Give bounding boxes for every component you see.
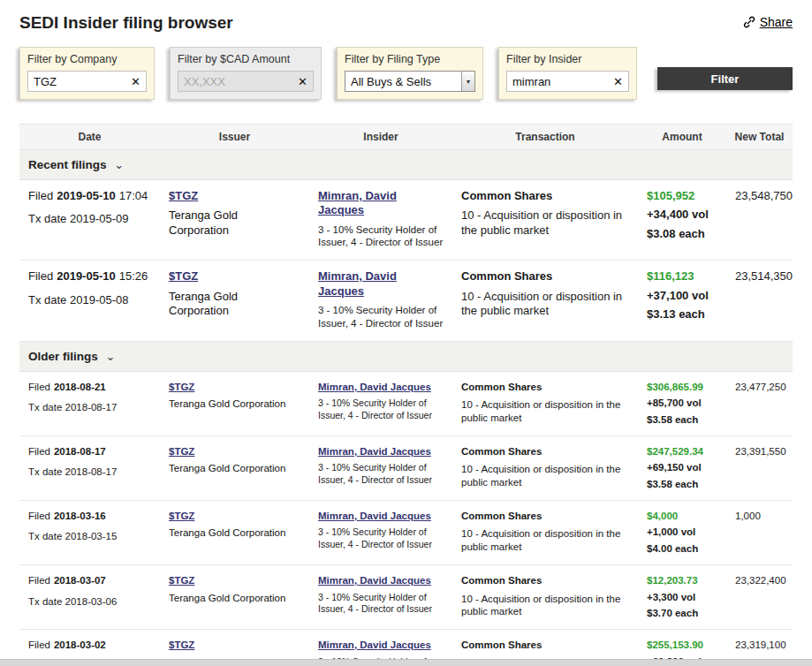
dropdown-arrow-icon: ▼ bbox=[461, 72, 474, 91]
amount-cell: $12,203.73 +3,300 vol $3.70 each bbox=[638, 565, 726, 629]
filing-row: Filed2019-05-1017:04 Tx date 2019-05-09 … bbox=[19, 180, 793, 261]
transaction-cell: Common Shares 10 - Acquisition or dispos… bbox=[452, 261, 638, 340]
insider-cell: Mimran, David Jacques 3 - 10% Security H… bbox=[309, 565, 452, 629]
insider-cell: Mimran, David Jacques 3 - 10% Security H… bbox=[309, 436, 452, 500]
column-header-issuer: Issuer bbox=[160, 125, 309, 149]
filed-line: Filed2018-03-07 bbox=[28, 574, 151, 587]
security-type: Common Shares bbox=[461, 269, 629, 284]
date-cell: Filed2019-05-1015:26 Tx date 2019-05-08 bbox=[19, 261, 160, 340]
section-header[interactable]: Older filings ⌄ bbox=[19, 342, 793, 372]
transaction-description: 10 - Acquisition or disposition in the p… bbox=[461, 208, 629, 238]
tx-date: Tx date 2018-03-06 bbox=[28, 595, 151, 608]
transaction-description: 10 - Acquisition or disposition in the p… bbox=[461, 593, 629, 618]
insider-link[interactable]: Mimran, David Jacques bbox=[318, 382, 431, 392]
amount-input[interactable] bbox=[184, 75, 292, 88]
filed-line: Filed2018-03-02 bbox=[28, 639, 151, 651]
ticker-link[interactable]: $TGZ bbox=[169, 511, 194, 521]
volume-value: +1,000 vol bbox=[647, 526, 717, 538]
security-type: Common Shares bbox=[461, 445, 629, 458]
date-cell: Filed2018-08-21 Tx date 2018-08-17 bbox=[19, 372, 160, 435]
filed-line: Filed2018-03-16 bbox=[28, 510, 151, 522]
volume-value: +34,400 vol bbox=[647, 208, 717, 222]
insider-link[interactable]: Mimran, David Jacques bbox=[318, 640, 431, 650]
amount-value: $255,153.90 bbox=[647, 639, 717, 651]
amount-cell: $247,529.34 +69,150 vol $3.58 each bbox=[638, 436, 726, 500]
transaction-description: 10 - Acquisition or disposition in the p… bbox=[461, 527, 629, 553]
filter-type-label: Filter by Filing Type bbox=[345, 53, 475, 65]
ticker-link[interactable]: $TGZ bbox=[169, 640, 194, 650]
filing-type-select[interactable]: All Buys & Sells ▼ bbox=[345, 71, 475, 92]
issuer-name: Teranga Gold Corporation bbox=[169, 592, 300, 604]
ticker-link[interactable]: $TGZ bbox=[169, 446, 194, 457]
transaction-cell: Common Shares 10 - Acquisition or dispos… bbox=[452, 372, 638, 435]
amount-field: ✕ bbox=[178, 71, 314, 92]
insider-link[interactable]: Mimran, David Jacques bbox=[318, 575, 431, 586]
ticker-link[interactable]: $TGZ bbox=[169, 382, 194, 392]
tx-date: Tx date 2019-05-09 bbox=[28, 212, 151, 226]
filing-type-value: All Buys & Sells bbox=[351, 75, 431, 88]
column-header-date: Date bbox=[19, 125, 160, 149]
filing-row: Filed2018-03-07 Tx date 2018-03-06 $TGZ … bbox=[19, 565, 793, 630]
filter-group-filing-type: Filter by Filing Type All Buys & Sells ▼ bbox=[337, 47, 483, 100]
ticker-link[interactable]: $TGZ bbox=[169, 189, 198, 202]
insider-link[interactable]: Mimran, David Jacques bbox=[318, 269, 397, 297]
insider-roles: 3 - 10% Security Holder of Issuer, 4 - D… bbox=[318, 462, 444, 486]
clear-insider-icon[interactable]: ✕ bbox=[613, 76, 623, 87]
company-field: ✕ bbox=[27, 71, 147, 92]
clear-amount-icon[interactable]: ✕ bbox=[298, 76, 307, 87]
security-type: Common Shares bbox=[461, 639, 629, 651]
column-header-transaction: Transaction bbox=[452, 125, 638, 149]
ticker-link[interactable]: $TGZ bbox=[169, 269, 198, 283]
insider-cell: Mimran, David Jacques 3 - 10% Security H… bbox=[309, 261, 452, 340]
issuer-cell: $TGZ Teranga Gold Corporation bbox=[160, 372, 309, 435]
column-header-amount: Amount bbox=[638, 125, 726, 149]
chevron-down-icon: ⌄ bbox=[111, 158, 125, 171]
tx-date: Tx date 2018-08-17 bbox=[28, 465, 151, 478]
table-body: Recent filings ⌄ Filed2019-05-1017:04 Tx… bbox=[19, 150, 793, 666]
filter-company-label: Filter by Company bbox=[27, 53, 147, 65]
issuer-name: Teranga Gold Corporation bbox=[169, 526, 300, 539]
issuer-cell: $TGZ Teranga Gold Corporation bbox=[160, 501, 309, 564]
price-value: $4.00 each bbox=[647, 542, 717, 555]
filing-row: Filed2018-08-17 Tx date 2018-08-17 $TGZ … bbox=[19, 436, 793, 501]
amount-value: $306,865.99 bbox=[647, 381, 717, 393]
security-type: Common Shares bbox=[461, 574, 629, 587]
tx-date: Tx date 2018-03-15 bbox=[28, 530, 151, 542]
section-label: Recent filings bbox=[28, 158, 107, 171]
filter-bar: Filter by Company ✕ Filter by $CAD Amoun… bbox=[19, 47, 793, 100]
insider-link[interactable]: Mimran, David Jacques bbox=[318, 189, 397, 216]
volume-value: +37,100 vol bbox=[647, 289, 717, 303]
company-input[interactable] bbox=[34, 75, 125, 88]
amount-value: $105,952 bbox=[647, 189, 717, 203]
filings-table: Date Issuer Insider Transaction Amount N… bbox=[19, 124, 793, 666]
insider-input[interactable] bbox=[512, 75, 608, 88]
ticker-link[interactable]: $TGZ bbox=[169, 575, 194, 586]
new-total-cell: 23,477,250 bbox=[726, 372, 793, 435]
filing-row: Filed2019-05-1015:26 Tx date 2019-05-08 … bbox=[19, 261, 793, 341]
filter-button[interactable]: Filter bbox=[657, 67, 793, 90]
new-total-cell: 23,514,350 bbox=[726, 261, 793, 340]
transaction-description: 10 - Acquisition or disposition in the p… bbox=[461, 463, 629, 488]
transaction-description: 10 - Acquisition or disposition in the p… bbox=[461, 290, 629, 319]
insider-link[interactable]: Mimran, David Jacques bbox=[318, 511, 431, 521]
amount-cell: $116,123 +37,100 vol $3.13 each bbox=[638, 261, 726, 340]
transaction-cell: Common Shares 10 - Acquisition or dispos… bbox=[452, 501, 638, 564]
amount-value: $4,000 bbox=[647, 510, 717, 522]
section-header[interactable]: Recent filings ⌄ bbox=[19, 150, 793, 180]
insider-cell: Mimran, David Jacques 3 - 10% Security H… bbox=[309, 372, 452, 435]
clear-company-icon[interactable]: ✕ bbox=[131, 76, 140, 87]
filter-insider-label: Filter by Insider bbox=[506, 53, 629, 65]
insider-roles: 3 - 10% Security Holder of Issuer, 4 - D… bbox=[318, 526, 444, 550]
bottom-edge bbox=[0, 659, 812, 666]
page-header: SEDI Insider filing browser Share bbox=[19, 0, 793, 33]
filed-line: Filed2018-08-17 bbox=[28, 445, 151, 458]
insider-roles: 3 - 10% Security Holder of Issuer, 4 - D… bbox=[318, 223, 444, 250]
table-header-row: Date Issuer Insider Transaction Amount N… bbox=[19, 125, 793, 150]
amount-value: $12,203.73 bbox=[647, 574, 717, 587]
share-link[interactable]: Share bbox=[743, 15, 793, 29]
issuer-name: Teranga Gold Corporation bbox=[169, 462, 300, 474]
insider-link[interactable]: Mimran, David Jacques bbox=[318, 446, 431, 457]
new-total-cell: 23,548,750 bbox=[726, 180, 793, 260]
column-header-insider: Insider bbox=[309, 125, 452, 149]
amount-cell: $306,865.99 +85,700 vol $3.58 each bbox=[638, 372, 726, 435]
